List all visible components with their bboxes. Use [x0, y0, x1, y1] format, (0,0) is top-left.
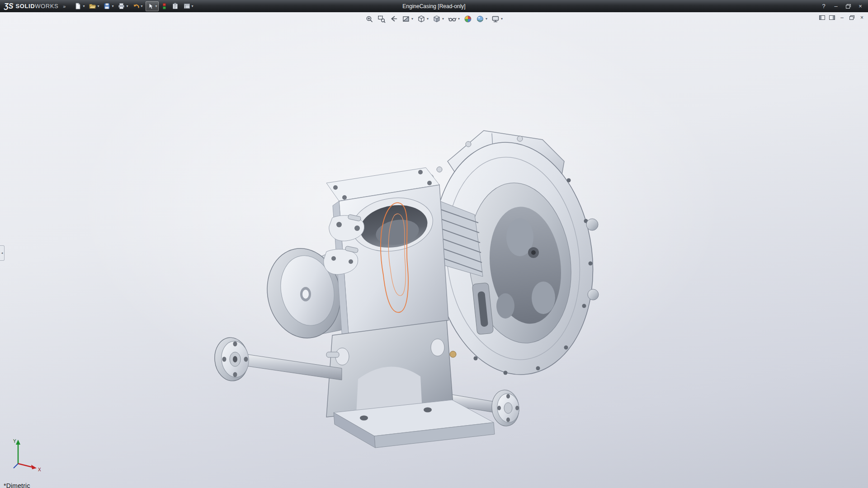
- hide-show-items-button[interactable]: ▾: [447, 14, 461, 23]
- section-view-icon: [402, 15, 410, 23]
- feature-tree-collapsed-tab[interactable]: ◂: [0, 245, 5, 261]
- view-orientation-button[interactable]: ▾: [416, 14, 429, 23]
- dropdown-caret-icon[interactable]: ▾: [427, 17, 429, 21]
- select-arrow-icon: [147, 2, 155, 10]
- undo-icon: [132, 2, 140, 10]
- view-settings-icon: [491, 15, 500, 23]
- restore-icon: [846, 4, 851, 9]
- document-window-controls: – ×: [819, 14, 865, 21]
- dropdown-caret-icon[interactable]: ▾: [442, 17, 444, 21]
- print-icon: [118, 2, 125, 10]
- menu-expander-arrow[interactable]: »: [63, 4, 66, 9]
- brand-text: SOLIDWORKS: [15, 3, 58, 9]
- display-style-button[interactable]: ▾: [432, 14, 445, 23]
- save-button[interactable]: ▾: [102, 1, 115, 11]
- rebuild-icon: [161, 2, 167, 10]
- tree-tab-arrow-icon: ◂: [1, 251, 3, 255]
- view-settings-button[interactable]: ▾: [491, 14, 504, 23]
- dropdown-caret-icon[interactable]: ▾: [501, 17, 503, 21]
- previous-view-icon: [390, 15, 398, 23]
- triad-y-label: Y: [13, 439, 16, 444]
- minimize-button[interactable]: –: [833, 3, 839, 10]
- options-icon: [183, 2, 191, 10]
- display-style-icon: [433, 15, 441, 23]
- triad-y-arrow: [16, 440, 20, 445]
- rebuild-button[interactable]: [160, 1, 169, 11]
- dropdown-caret-icon[interactable]: ▾: [411, 17, 413, 21]
- orientation-triad: Y X: [5, 436, 45, 476]
- zoom-to-fit-button[interactable]: [364, 14, 374, 23]
- close-button[interactable]: ×: [857, 3, 863, 10]
- zoom-to-area-icon: [377, 15, 386, 23]
- zoom-to-area-button[interactable]: [377, 14, 387, 23]
- pane-left-icon: [819, 15, 825, 20]
- dropdown-caret-icon[interactable]: ▾: [112, 5, 113, 8]
- doc-restore-button[interactable]: [849, 14, 855, 21]
- engine-casing-model[interactable]: [0, 12, 868, 488]
- solidworks-logo-icon: ƷS: [4, 2, 13, 10]
- doc-close-button[interactable]: ×: [859, 14, 865, 21]
- heads-up-view-toolbar: ▾ ▾ ▾ ▾: [364, 14, 504, 23]
- options-button[interactable]: ▾: [182, 1, 195, 11]
- dropdown-caret-icon[interactable]: ▾: [192, 5, 193, 8]
- dropdown-caret-icon[interactable]: ▾: [97, 5, 99, 8]
- previous-view-button[interactable]: [389, 14, 399, 23]
- brand-works: WORKS: [35, 3, 58, 9]
- main-toolbar: ▾ ▾ ▾ ▾: [73, 1, 194, 11]
- apply-scene-button[interactable]: ▾: [475, 14, 488, 23]
- zoom-to-fit-icon: [365, 15, 373, 23]
- doc-restore-icon: [849, 15, 854, 20]
- open-icon: [89, 2, 96, 10]
- view-orientation-label: *Dimetric: [4, 482, 30, 488]
- undo-button[interactable]: ▾: [131, 1, 144, 11]
- brand-solid: SOLID: [15, 3, 35, 9]
- new-document-icon: [74, 2, 82, 10]
- window-title: EngineCasing [Read-only]: [402, 3, 465, 9]
- dropdown-caret-icon[interactable]: ▾: [156, 5, 157, 8]
- dropdown-caret-icon[interactable]: ▾: [126, 5, 128, 8]
- edit-appearance-button[interactable]: [463, 14, 473, 23]
- engine-casing-geometry[interactable]: [212, 131, 606, 448]
- dropdown-caret-icon[interactable]: ▾: [83, 5, 85, 8]
- task-pane-icon: [171, 2, 179, 10]
- triad-x-arrow: [31, 465, 37, 469]
- pane-right-button[interactable]: [829, 14, 835, 21]
- solidworks-logo: ƷS SOLIDWORKS: [0, 0, 62, 12]
- section-view-button[interactable]: ▾: [401, 14, 414, 23]
- dropdown-caret-icon[interactable]: ▾: [486, 17, 487, 21]
- pane-left-button[interactable]: [819, 14, 825, 21]
- new-document-button[interactable]: ▾: [73, 1, 86, 11]
- graphics-viewport[interactable]: ▾ ▾ ▾ ▾: [0, 12, 868, 488]
- view-orientation-icon: [417, 15, 425, 23]
- open-button[interactable]: ▾: [87, 1, 100, 11]
- window-controls: ? – ×: [821, 3, 868, 10]
- triad-x-label: X: [38, 467, 41, 472]
- save-icon: [103, 2, 111, 10]
- apply-scene-icon: [476, 15, 484, 23]
- doc-minimize-button[interactable]: –: [839, 14, 845, 21]
- restore-button[interactable]: [845, 3, 851, 10]
- dropdown-caret-icon[interactable]: ▾: [141, 5, 143, 8]
- pane-right-icon: [829, 15, 835, 20]
- task-pane-button[interactable]: [170, 1, 180, 11]
- edit-appearance-icon: [464, 15, 472, 23]
- help-button[interactable]: ?: [821, 3, 827, 10]
- select-button[interactable]: ▾: [146, 1, 159, 11]
- titlebar: ƷS SOLIDWORKS » ▾ ▾ ▾: [0, 0, 868, 12]
- hide-show-items-icon: [448, 15, 457, 23]
- triad-z-axis: [14, 464, 18, 468]
- print-button[interactable]: ▾: [116, 1, 129, 11]
- dropdown-caret-icon[interactable]: ▾: [458, 17, 460, 21]
